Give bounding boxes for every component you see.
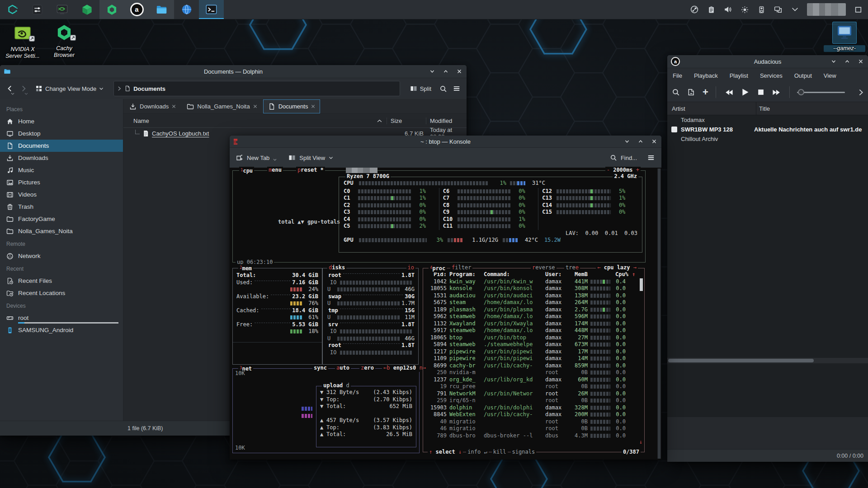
net-panel-title[interactable]: upload d bbox=[322, 382, 351, 389]
sidebar-item-desktop[interactable]: Desktop bbox=[0, 127, 123, 140]
play-button[interactable] bbox=[741, 88, 750, 97]
close-icon[interactable] bbox=[172, 104, 176, 108]
launcher-fish-terminal[interactable] bbox=[50, 0, 75, 19]
sidebar-item-recent-files[interactable]: Recent Files bbox=[0, 275, 123, 287]
select-keys[interactable]: ↑ select ↓ bbox=[428, 449, 463, 456]
maximize-button[interactable] bbox=[637, 138, 644, 145]
filter-button[interactable]: filter bbox=[450, 264, 472, 272]
launcher-package-manager[interactable] bbox=[75, 0, 99, 19]
process-row-1237[interactable]: 1237org_kde_/usr/lib/org_kddamax60M0.0 bbox=[427, 376, 642, 384]
maximize-button[interactable] bbox=[844, 58, 851, 65]
proc-scrollbar-handle[interactable] bbox=[640, 278, 643, 291]
mem-box-label[interactable]: 2mem bbox=[238, 264, 253, 272]
process-row-1217[interactable]: 1217pipewire/usr/bin/pipewidamax17M0.0 bbox=[427, 348, 642, 356]
dolphin-titlebar[interactable]: Documents — Dolphin bbox=[0, 65, 467, 78]
process-row-5894[interactable]: 5894steamweb./steamwebhelpedamax673M0.0 bbox=[427, 341, 642, 348]
split-view-button[interactable]: Split View bbox=[288, 154, 333, 161]
column-headers[interactable]: Name Size Modified bbox=[123, 114, 467, 128]
sidebar-item-music[interactable]: Music bbox=[0, 164, 123, 176]
tray-expand-arrow-icon[interactable] bbox=[790, 5, 799, 14]
process-row-5962[interactable]: 5962steamweb/home/damax/.lodamax596M0.0 bbox=[427, 313, 642, 320]
process-row-250[interactable]: 250nvidia-mroot0B0.0 bbox=[427, 369, 642, 376]
desktop-icon-cachy-browser[interactable]: CachyBrowser bbox=[43, 23, 85, 59]
process-row-5917[interactable]: 5917steamweb/home/damax/.lodamax448M0.0 bbox=[427, 327, 642, 334]
sidebar-item-recent-locations[interactable]: Recent Locations bbox=[0, 287, 123, 299]
open-file-icon[interactable] bbox=[687, 88, 695, 96]
new-tab-button[interactable]: New Tab bbox=[236, 154, 277, 161]
close-button[interactable] bbox=[651, 138, 658, 145]
launcher-cachy-browser[interactable] bbox=[99, 0, 124, 19]
menu-playback[interactable]: Playback bbox=[694, 72, 718, 79]
menu-output[interactable]: Output bbox=[794, 72, 812, 79]
close-button[interactable] bbox=[857, 58, 864, 65]
disks-box-label[interactable]: disks bbox=[327, 264, 346, 272]
sort-selector[interactable]: ← cpu lazy → bbox=[596, 264, 638, 272]
maximize-button[interactable] bbox=[442, 68, 449, 75]
proc-box-label[interactable]: 4proc bbox=[429, 264, 447, 272]
hamburger-menu-button[interactable] bbox=[647, 154, 655, 162]
kill-key[interactable]: kill bbox=[492, 449, 508, 456]
find-button[interactable]: Find... bbox=[610, 154, 637, 161]
sidebar-item-pictures[interactable]: Pictures bbox=[0, 176, 123, 188]
process-row-1109[interactable]: 1109pipewire/usr/bin/pipewidamax14M0.0 bbox=[427, 355, 642, 362]
auto-button[interactable]: auto bbox=[335, 365, 351, 372]
location-bar[interactable]: Documents bbox=[113, 81, 400, 96]
terminal-scrollbar[interactable] bbox=[657, 169, 661, 459]
launcher-cachyos-menu[interactable] bbox=[0, 0, 25, 19]
tray-media-player-icon[interactable] bbox=[757, 5, 766, 14]
close-icon[interactable] bbox=[253, 104, 257, 108]
tab-nolla-games-noita[interactable]: Nolla_Games_Noita bbox=[182, 99, 262, 113]
previous-button[interactable] bbox=[723, 89, 733, 96]
search-button[interactable] bbox=[438, 83, 448, 94]
toolbar-overflow-chevron[interactable] bbox=[859, 89, 863, 96]
playlist-row[interactable]: SWR1BW MP3 128Aktuelle Nachrichten auch … bbox=[667, 125, 868, 134]
desktop-icon-nvidia[interactable]: NVIDIA XServer Setti... bbox=[2, 23, 43, 60]
search-icon[interactable] bbox=[672, 88, 680, 96]
process-row-40[interactable]: 40migratioroot0B0.0 bbox=[427, 418, 642, 426]
playlist-row[interactable]: Todamax bbox=[667, 115, 868, 125]
launcher-konsole[interactable] bbox=[199, 0, 224, 19]
info-key[interactable]: info ↵ bbox=[466, 449, 488, 456]
tab-downloads[interactable]: Downloads bbox=[124, 99, 181, 113]
sidebar-item-network[interactable]: Network bbox=[0, 250, 123, 262]
gpu-totals-note[interactable]: total ▲▼ gpu-totals bbox=[278, 219, 340, 226]
forward-button[interactable] bbox=[18, 83, 29, 94]
column-title[interactable]: Title bbox=[756, 105, 868, 112]
tray-clipboard-icon[interactable] bbox=[707, 5, 716, 14]
menu-playlist[interactable]: Playlist bbox=[730, 72, 748, 79]
process-row-1132[interactable]: 1132Xwayland/usr/bin/Xwayladamax174M0.0 bbox=[427, 320, 642, 328]
hamburger-menu-button[interactable] bbox=[451, 83, 462, 94]
preset-button[interactable]: preset * bbox=[296, 167, 325, 174]
sidebar-item-samsung-android[interactable]: SAMSUNG_Android bbox=[0, 324, 123, 336]
column-artist[interactable]: Artist bbox=[667, 102, 756, 115]
minimize-button[interactable] bbox=[429, 68, 436, 75]
sidebar-item-downloads[interactable]: Downloads bbox=[0, 152, 123, 164]
cpu-box-label[interactable]: 1cpu bbox=[239, 167, 254, 175]
back-button[interactable] bbox=[5, 83, 15, 94]
io-label[interactable]: io bbox=[406, 264, 415, 272]
menu-services[interactable]: Services bbox=[760, 72, 783, 79]
konsole-titlebar[interactable]: ~ : btop — Konsole bbox=[230, 136, 661, 148]
sidebar-item-home[interactable]: Home bbox=[0, 115, 123, 127]
sidebar-item-videos[interactable]: Videos bbox=[0, 188, 123, 201]
playlist-row[interactable]: Chillout Archiv bbox=[667, 134, 868, 144]
interface-switch[interactable]: ←b enp12s0 n→ bbox=[382, 365, 427, 372]
audacious-titlebar[interactable]: a Audacious bbox=[667, 55, 868, 68]
process-row-15903[interactable]: 15903dolphin/usr/bin/dolphidamax328M0.0 bbox=[427, 404, 642, 412]
tray-display-settings-icon[interactable] bbox=[774, 5, 783, 14]
split-button[interactable]: Split bbox=[406, 83, 435, 94]
process-row-8845[interactable]: 8845WebExten/usr/lib/cachy-damax200M0.0 bbox=[427, 411, 642, 418]
playlist-headers[interactable]: Artist Title bbox=[667, 102, 868, 115]
stop-button[interactable] bbox=[757, 88, 765, 96]
view-mode-button[interactable]: Change View Mode bbox=[32, 83, 107, 94]
menu-file[interactable]: File bbox=[673, 72, 682, 79]
process-row-8699[interactable]: 8699cachy-br/usr/lib/cachy-damax859M0.0 bbox=[427, 362, 642, 370]
process-row-18065[interactable]: 18065btop/usr/bin/btopdamax27M0.0 bbox=[427, 334, 642, 342]
close-icon[interactable] bbox=[311, 104, 315, 108]
column-name[interactable]: Name bbox=[133, 117, 149, 124]
cpu-model[interactable]: Ryzen 7 8700G bbox=[345, 173, 391, 180]
minimize-button[interactable] bbox=[623, 138, 631, 145]
process-row-46[interactable]: 46migratioroot0B0.0 bbox=[427, 425, 642, 432]
terminal-view[interactable]: 1cpumenupreset *- 2000ms +total ▲▼ gpu-t… bbox=[230, 168, 661, 460]
volume-slider[interactable] bbox=[797, 89, 851, 96]
